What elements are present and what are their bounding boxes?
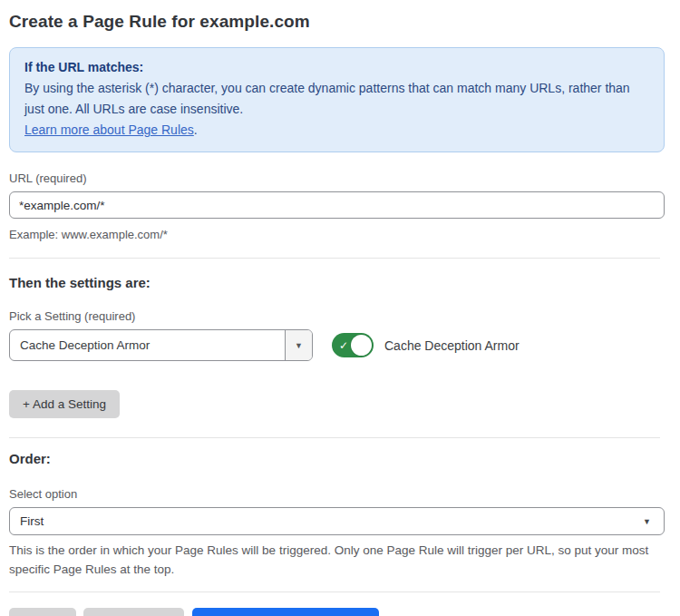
setting-row: Cache Deception Armor ▼ ✓ Cache Deceptio… — [9, 329, 665, 361]
order-select-value: First — [20, 514, 44, 528]
save-and-deploy-button[interactable]: Save and Deploy Page Rule — [192, 608, 379, 616]
url-field-label: URL (required) — [9, 171, 665, 185]
page-rule-form: Create a Page Rule for example.com If th… — [0, 0, 680, 616]
info-box-heading: If the URL matches: — [24, 57, 649, 78]
order-section-heading: Order: — [9, 451, 665, 466]
setting-toggle[interactable]: ✓ — [332, 333, 374, 357]
order-help-text: This is the order in which your Page Rul… — [9, 541, 662, 579]
url-example-text: Example: www.example.com/* — [9, 226, 665, 244]
setting-toggle-label: Cache Deception Armor — [384, 338, 520, 353]
url-match-info-box: If the URL matches: By using the asteris… — [9, 47, 665, 152]
order-select-label: Select option — [9, 487, 665, 501]
setting-picker-dropdown[interactable]: Cache Deception Armor ▼ — [9, 329, 313, 361]
check-icon: ✓ — [339, 338, 348, 351]
page-title: Create a Page Rule for example.com — [9, 12, 665, 32]
toggle-knob — [351, 335, 372, 356]
url-input[interactable] — [9, 191, 665, 219]
section-divider — [9, 437, 660, 438]
footer-actions: Cancel Save as Draft Save and Deploy Pag… — [9, 608, 665, 616]
save-as-draft-button[interactable]: Save as Draft — [83, 608, 184, 616]
cancel-button[interactable]: Cancel — [9, 608, 76, 616]
chevron-down-icon: ▼ — [643, 517, 651, 526]
learn-more-link[interactable]: Learn more about Page Rules — [24, 122, 194, 137]
add-setting-button[interactable]: + Add a Setting — [9, 390, 120, 418]
section-divider — [9, 258, 660, 259]
info-box-link-line: Learn more about Page Rules. — [24, 120, 649, 141]
setting-picker-label: Pick a Setting (required) — [9, 309, 665, 323]
chevron-down-icon[interactable]: ▼ — [285, 330, 312, 360]
setting-picker-value: Cache Deception Armor — [10, 330, 285, 360]
settings-section-heading: Then the settings are: — [9, 275, 665, 290]
section-divider — [9, 592, 660, 592]
link-suffix: . — [194, 122, 198, 137]
order-select-dropdown[interactable]: First ▼ — [9, 507, 665, 535]
info-box-body: By using the asterisk (*) character, you… — [24, 78, 649, 120]
